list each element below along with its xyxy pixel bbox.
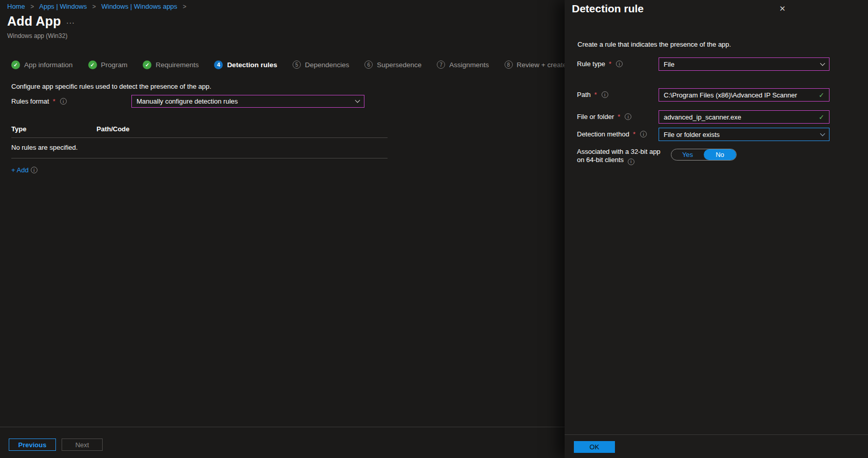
wizard-steps: ✓ App information ✓ Program ✓ Requiremen… — [11, 57, 571, 72]
check-icon: ✓ — [143, 61, 151, 69]
file-or-folder-label-text: File or folder — [577, 113, 614, 121]
info-icon[interactable]: i — [31, 167, 37, 173]
rule-type-value: File — [664, 61, 674, 68]
toggle-no-option[interactable]: No — [704, 149, 736, 160]
ok-button[interactable]: OK — [574, 441, 615, 453]
info-icon[interactable]: i — [60, 98, 67, 105]
file-or-folder-label: File or folder* i — [577, 113, 657, 121]
breadcrumb-home[interactable]: Home — [7, 3, 25, 10]
step-number-badge: 7 — [437, 61, 445, 69]
panel-footer-divider — [565, 434, 868, 435]
panel-description: Create a rule that indicates the presenc… — [577, 41, 731, 48]
page-description: Configure app specific rules used to det… — [11, 83, 211, 90]
info-icon[interactable]: i — [625, 113, 631, 120]
toggle-yes-option[interactable]: Yes — [671, 149, 704, 160]
info-icon[interactable]: i — [616, 61, 623, 67]
rule-type-label: Rule type* i — [577, 60, 657, 68]
breadcrumb-separator: > — [30, 3, 34, 10]
chevron-down-icon — [820, 131, 825, 136]
step-assignments[interactable]: 7 Assignments — [437, 61, 489, 69]
path-field[interactable]: ✓ — [659, 88, 830, 102]
valid-check-icon: ✓ — [819, 113, 824, 121]
detection-method-value: File or folder exists — [664, 131, 720, 138]
required-marker: * — [53, 97, 55, 105]
check-icon: ✓ — [88, 61, 97, 69]
column-header-type: Type — [11, 125, 97, 133]
step-number-badge: 6 — [364, 61, 373, 69]
add-rule-link[interactable]: + Add — [11, 166, 29, 174]
rules-format-value: Manually configure detection rules — [137, 97, 238, 105]
table-empty-row: No rules are specified. — [11, 138, 388, 158]
step-supersedence[interactable]: 6 Supersedence — [364, 61, 421, 69]
detection-method-label-text: Detection method — [577, 130, 629, 138]
column-header-path-code: Path/Code — [97, 125, 129, 133]
file-or-folder-field[interactable]: ✓ — [659, 110, 830, 124]
step-program[interactable]: ✓ Program — [88, 61, 128, 69]
info-icon[interactable]: i — [640, 131, 647, 137]
step-label: Supersedence — [377, 61, 421, 69]
associated-32bit-toggle[interactable]: Yes No — [671, 149, 737, 161]
breadcrumb-windows-windows-apps[interactable]: Windows | Windows apps — [101, 3, 177, 10]
step-label: Dependencies — [305, 61, 349, 69]
required-marker: * — [633, 130, 635, 138]
table-header: Type Path/Code — [11, 125, 388, 138]
rule-type-label-text: Rule type — [577, 60, 605, 68]
required-marker: * — [618, 113, 620, 121]
detection-method-dropdown[interactable]: File or folder exists — [659, 128, 830, 141]
chevron-down-icon — [820, 61, 825, 66]
page-title: Add App — [7, 14, 61, 29]
path-label: Path* i — [577, 91, 657, 98]
breadcrumb-apps-windows[interactable]: Apps | Windows — [39, 3, 87, 10]
detection-method-label: Detection method* i — [577, 130, 657, 138]
step-requirements[interactable]: ✓ Requirements — [143, 61, 199, 69]
step-review-create[interactable]: 8 Review + create — [505, 61, 567, 69]
path-input[interactable] — [664, 91, 819, 99]
empty-rules-text: No rules are specified. — [11, 144, 78, 151]
more-options-button[interactable]: ··· — [66, 18, 75, 27]
check-icon: ✓ — [11, 61, 20, 69]
rules-format-label: Rules format* i — [11, 97, 67, 105]
breadcrumb-separator: > — [183, 3, 186, 10]
required-marker: * — [594, 91, 597, 98]
panel-title: Detection rule — [572, 3, 644, 15]
step-label: Detection rules — [227, 61, 277, 69]
step-number-badge: 4 — [214, 61, 223, 69]
intune-add-app-page: Home > Apps | Windows > Windows | Window… — [0, 0, 868, 458]
info-icon[interactable]: i — [628, 158, 634, 165]
required-marker: * — [609, 60, 611, 68]
rules-format-label-text: Rules format — [11, 97, 49, 105]
next-button[interactable]: Next — [62, 439, 103, 451]
breadcrumb: Home > Apps | Windows > Windows | Window… — [7, 3, 190, 10]
step-dependencies[interactable]: 5 Dependencies — [293, 61, 349, 69]
detection-rule-panel: Detection rule ✕ Create a rule that indi… — [565, 0, 868, 458]
step-number-badge: 8 — [505, 61, 513, 69]
breadcrumb-separator: > — [92, 3, 96, 10]
associated-32bit-label-text: Associated with a 32-bit app on 64-bit c… — [577, 148, 661, 164]
add-rule-row: + Add i — [11, 166, 37, 174]
step-number-badge: 5 — [293, 61, 301, 69]
step-label: Review + create — [517, 61, 567, 69]
chevron-down-icon — [355, 98, 360, 103]
file-or-folder-input[interactable] — [664, 113, 819, 121]
rule-type-dropdown[interactable]: File — [659, 57, 830, 71]
path-label-text: Path — [577, 91, 591, 98]
detection-rules-table: Type Path/Code No rules are specified. — [11, 125, 388, 158]
associated-32bit-label: Associated with a 32-bit app on 64-bit c… — [577, 148, 665, 165]
info-icon[interactable]: i — [602, 91, 608, 98]
step-label: Assignments — [449, 61, 489, 69]
close-icon[interactable]: ✕ — [779, 5, 786, 12]
step-label: Requirements — [156, 61, 199, 69]
rules-format-dropdown[interactable]: Manually configure detection rules — [131, 95, 364, 108]
step-detection-rules[interactable]: 4 Detection rules — [214, 61, 277, 69]
footer-divider — [0, 427, 568, 427]
step-app-information[interactable]: ✓ App information — [11, 61, 73, 69]
step-label: Program — [101, 61, 128, 69]
page-subtitle: Windows app (Win32) — [7, 32, 67, 39]
valid-check-icon: ✓ — [819, 91, 824, 99]
step-label: App information — [24, 61, 73, 69]
previous-button[interactable]: Previous — [9, 439, 56, 451]
